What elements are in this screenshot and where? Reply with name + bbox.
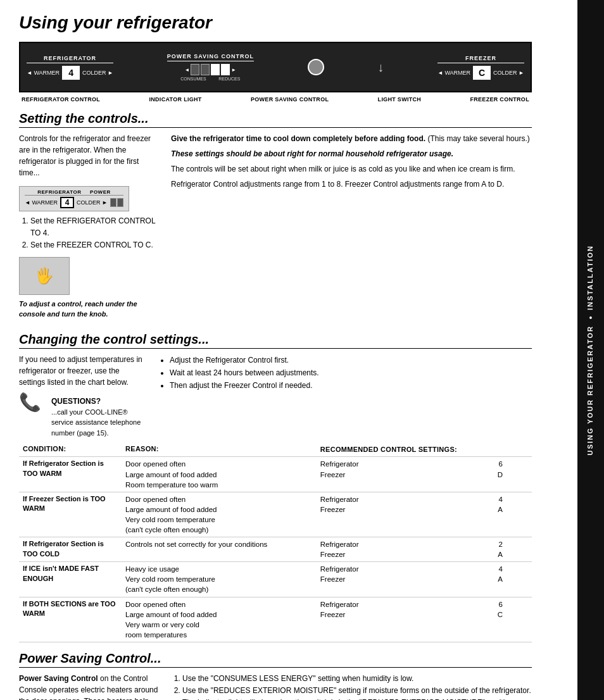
ps-step2-text: Use the "REDUCES EXTERIOR MOISTURE" sett… (182, 686, 531, 700)
changing-left: If you need to adjust temperatures in re… (19, 354, 146, 439)
control-settings-table: CONDITION: REASON: RECOMMENDED CONTROL S… (19, 443, 532, 642)
table-recommended-2: Refrigerator Freezer 2 A (317, 537, 532, 562)
th-condition: CONDITION: (19, 443, 122, 457)
changing-controls-title: Changing the control settings... (19, 332, 532, 349)
power-saving-right: Use the "CONSUMES LESS ENERGY" setting w… (171, 673, 532, 700)
refrigerator-label: REFRIGERATOR (27, 55, 113, 63)
changing-intro: If you need to adjust temperatures in re… (19, 354, 146, 388)
md-ref-row: ◄ WARMER 4 COLDER ► (25, 197, 123, 208)
table-recommended-0: Refrigerator Freezer 6 D (317, 457, 532, 492)
questions-text: ...call your COOL-LINE® service assistan… (51, 407, 146, 439)
mini-diagram-ref: REFRIGERATOR POWER ◄ WARMER 4 COLDER ► (19, 186, 129, 211)
sidebar-installation-text: INSTALLATION (586, 245, 595, 310)
warmer-left: ◄ WARMER (27, 70, 60, 76)
table-reason-3: Heavy ice usageVery cold room temperatur… (122, 562, 317, 597)
table-condition-3: If ICE isn't MADE FAST ENOUGH (19, 562, 122, 597)
table-reason-4: Door opened oftenLarge amount of food ad… (122, 597, 317, 642)
freezer-control-label: FREEZER CONTROL (470, 96, 529, 103)
table-row: If Refrigerator Section is TOO COLDContr… (19, 537, 532, 562)
power-saving-steps: Use the "CONSUMES LESS ENERGY" setting w… (171, 673, 532, 700)
ps-block-3 (211, 64, 220, 75)
th-reason: REASON: (122, 443, 317, 457)
sidebar-using-text: USING YOUR REFRIGERATOR (586, 325, 595, 456)
consumes-less-label: ◄ (184, 67, 189, 73)
arrow-indicator: ↓ (377, 60, 384, 75)
questions-title: QUESTIONS? (51, 396, 146, 407)
bullet-1: Adjust the Refrigerator Control first. (170, 354, 532, 366)
table-condition-1: If Freezer Section is TOO WARM (19, 492, 122, 537)
changing-right: Adjust the Refrigerator Control first. W… (158, 354, 532, 439)
table-row: If BOTH SECTIONS are TOO WARMDoor opened… (19, 597, 532, 642)
changing-bullets: Adjust the Refrigerator Control first. W… (158, 354, 532, 392)
adjust-instruction: To adjust a control, reach under the con… (19, 299, 158, 320)
right-sidebar: INSTALLATION • USING YOUR REFRIGERATOR (577, 0, 604, 700)
rec-header-label: RECOMMENDED CONTROL SETTINGS: (320, 446, 457, 453)
page-title: Using your refrigerator (19, 13, 532, 33)
power-saving-diagram-label: POWER SAVING CONTROL (167, 53, 254, 61)
table-condition-4: If BOTH SECTIONS are TOO WARM (19, 597, 122, 642)
questions-row: 📞 QUESTIONS? ...call your COOL-LINE® ser… (19, 392, 146, 439)
power-saving-diagram-section: POWER SAVING CONTROL ◄ ► CONSUMES REDUCE… (167, 53, 254, 81)
ref-control-label: REFRIGERATOR CONTROL (22, 96, 100, 103)
table-recommended-1: Refrigerator Freezer 4 A (317, 492, 532, 537)
table-reason-2: Controls not set correctly for your cond… (122, 537, 317, 562)
ps-bold: Power Saving Control (19, 674, 98, 683)
table-row: If Freezer Section is TOO WARMDoor opene… (19, 492, 532, 537)
freezer-value-box: C (473, 66, 491, 80)
md-ps-b2 (117, 198, 123, 207)
reduces-label-sm: REDUCES (218, 77, 240, 81)
md-warmer: ◄ WARMER (25, 199, 58, 206)
setting-controls-content: Controls for the refrigerator and freeze… (19, 133, 532, 323)
power-saving-left: Power Saving Control on the Control Cons… (19, 673, 158, 700)
refrigerator-knob-row: ◄ WARMER 4 COLDER ► (27, 66, 113, 80)
ps-block-4 (221, 64, 230, 75)
right-bold-suffix: (This may take several hours.) (427, 134, 529, 143)
setting-para1: Controls for the refrigerator and freeze… (19, 133, 158, 178)
indicator-light-label: INDICATOR LIGHT (149, 96, 201, 103)
hand-knob-image: 🖐 (19, 257, 70, 295)
control-diagram: REFRIGERATOR ◄ WARMER 4 COLDER ► POWER S… (19, 42, 532, 92)
table-recommended-4: Refrigerator Freezer 6 C (317, 597, 532, 642)
ps-step-2: Use the "REDUCES EXTERIOR MOISTURE" sett… (182, 685, 532, 700)
step2-text: Set the FREEZER CONTROL TO C. (30, 241, 153, 249)
md-value: 4 (60, 197, 74, 208)
md-ref-label: REFRIGERATOR POWER (25, 189, 123, 196)
bullet-3: Then adjust the Freezer Control if neede… (170, 379, 532, 392)
table-row: If ICE isn't MADE FAST ENOUGHHeavy ice u… (19, 562, 532, 597)
phone-icon: 📞 (19, 392, 41, 413)
warmer-left-freezer: ◄ WARMER (437, 70, 470, 76)
table-condition-0: If Refrigerator Section is TOO WARM (19, 457, 122, 492)
md-ps-blocks (110, 198, 123, 207)
ref-value-box: 4 (62, 66, 80, 80)
ps-block-1 (191, 64, 199, 75)
table-reason-0: Door opened oftenLarge amount of food ad… (122, 457, 317, 492)
adjust-bold: To adjust a control, reach under the con… (19, 300, 137, 318)
setting-controls-right: Give the refrigerator time to cool down … (171, 133, 532, 323)
light-switch-label: LIGHT SWITCH (378, 96, 422, 103)
right-para1: Give the refrigerator time to cool down … (171, 133, 532, 144)
power-saving-label: POWER SAVING CONTROL (251, 96, 329, 103)
table-recommended-3: Refrigerator Freezer 4 A (317, 562, 532, 597)
md-ps-b1 (110, 198, 116, 207)
refrigerator-section: REFRIGERATOR ◄ WARMER 4 COLDER ► (27, 55, 113, 80)
table-reason-1: Door opened oftenLarge amount of food ad… (122, 492, 317, 537)
changing-controls-content: If you need to adjust temperatures in re… (19, 354, 532, 439)
table-row: If Refrigerator Section is TOO WARMDoor … (19, 457, 532, 492)
md-colder: COLDER ► (77, 199, 108, 206)
right-para3: Refrigerator Control adjustments range f… (171, 178, 532, 190)
consumes-label-sm: CONSUMES (180, 77, 206, 81)
ps-para1: Power Saving Control on the Control Cons… (19, 673, 158, 700)
ps-sub-labels: CONSUMES REDUCES (180, 77, 240, 81)
colder-right-freezer: COLDER ► (493, 70, 524, 76)
power-saving-title: Power Saving Control... (19, 651, 532, 668)
right-para2-bold: These settings should be about right for… (171, 149, 453, 158)
freezer-knob-row: ◄ WARMER C COLDER ► (437, 66, 524, 80)
power-saving-bar: ◄ ► (184, 64, 236, 75)
ps-step-1: Use the "CONSUMES LESS ENERGY" setting w… (182, 673, 532, 685)
setting-step-2: Set the FREEZER CONTROL TO C. (30, 239, 158, 251)
questions-box: QUESTIONS? ...call your COOL-LINE® servi… (51, 396, 146, 439)
bullet-2: Wait at least 24 hours between adjustmen… (170, 366, 532, 379)
right-bold-text: Give the refrigerator time to cool down … (171, 134, 425, 143)
ps-step1-text: Use the "CONSUMES LESS ENERGY" setting w… (182, 674, 413, 683)
diagram-labels-row: REFRIGERATOR CONTROL INDICATOR LIGHT POW… (19, 96, 532, 103)
